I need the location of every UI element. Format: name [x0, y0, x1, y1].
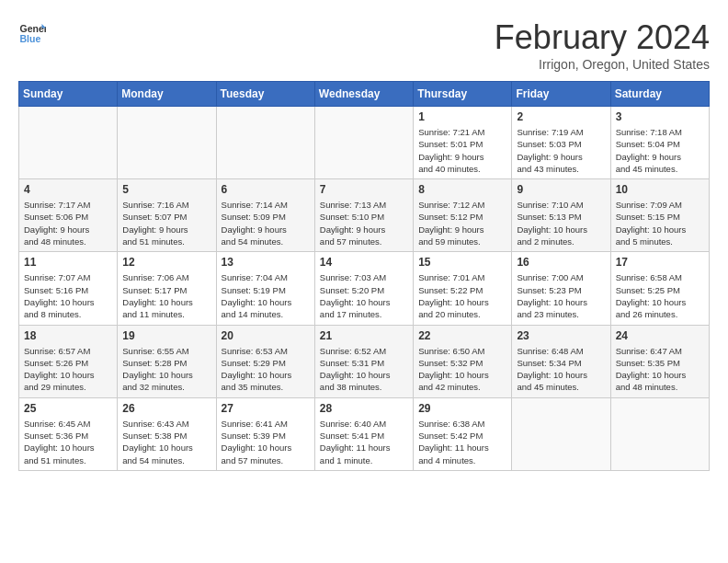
logo: General Blue [18, 18, 46, 46]
day-info: Sunrise: 6:38 AM Sunset: 5:42 PM Dayligh… [418, 418, 506, 466]
day-number: 21 [320, 329, 408, 342]
day-info: Sunrise: 7:01 AM Sunset: 5:22 PM Dayligh… [418, 271, 506, 320]
day-number: 3 [616, 110, 704, 123]
calendar-week-1: 1Sunrise: 7:21 AM Sunset: 5:01 PM Daylig… [19, 107, 710, 179]
day-number: 26 [122, 402, 210, 415]
calendar-cell: 19Sunrise: 6:55 AM Sunset: 5:28 PM Dayli… [118, 325, 216, 397]
day-info: Sunrise: 6:55 AM Sunset: 5:28 PM Dayligh… [122, 345, 210, 394]
day-info: Sunrise: 6:48 AM Sunset: 5:34 PM Dayligh… [517, 345, 605, 394]
calendar-cell: 10Sunrise: 7:09 AM Sunset: 5:15 PM Dayli… [610, 179, 709, 252]
calendar-cell: 16Sunrise: 7:00 AM Sunset: 5:23 PM Dayli… [512, 252, 610, 325]
day-info: Sunrise: 7:14 AM Sunset: 5:09 PM Dayligh… [222, 199, 310, 247]
day-number: 16 [517, 256, 605, 269]
day-info: Sunrise: 6:58 AM Sunset: 5:25 PM Dayligh… [616, 271, 704, 320]
calendar-cell: 21Sunrise: 6:52 AM Sunset: 5:31 PM Dayli… [314, 325, 413, 397]
day-info: Sunrise: 6:52 AM Sunset: 5:31 PM Dayligh… [320, 345, 408, 394]
day-info: Sunrise: 7:00 AM Sunset: 5:23 PM Dayligh… [517, 271, 605, 320]
day-number: 23 [517, 329, 605, 342]
title-area: February 2024 Irrigon, Oregon, United St… [495, 18, 710, 72]
day-info: Sunrise: 6:53 AM Sunset: 5:29 PM Dayligh… [222, 345, 310, 394]
day-number: 28 [320, 402, 408, 415]
day-number: 7 [320, 183, 408, 196]
weekday-header-friday: Friday [512, 82, 610, 107]
calendar-cell: 6Sunrise: 7:14 AM Sunset: 5:09 PM Daylig… [216, 179, 314, 252]
calendar-cell: 2Sunrise: 7:19 AM Sunset: 5:03 PM Daylig… [512, 107, 610, 179]
day-number: 13 [222, 256, 310, 269]
calendar-cell: 23Sunrise: 6:48 AM Sunset: 5:34 PM Dayli… [512, 325, 610, 397]
calendar-cell: 12Sunrise: 7:06 AM Sunset: 5:17 PM Dayli… [118, 252, 216, 325]
calendar-cell: 14Sunrise: 7:03 AM Sunset: 5:20 PM Dayli… [314, 252, 413, 325]
day-info: Sunrise: 7:09 AM Sunset: 5:15 PM Dayligh… [616, 199, 704, 247]
day-info: Sunrise: 7:03 AM Sunset: 5:20 PM Dayligh… [320, 271, 408, 320]
weekday-header-sunday: Sunday [19, 82, 118, 107]
day-number: 20 [222, 329, 310, 342]
calendar-cell: 17Sunrise: 6:58 AM Sunset: 5:25 PM Dayli… [610, 252, 709, 325]
calendar-cell: 1Sunrise: 7:21 AM Sunset: 5:01 PM Daylig… [414, 107, 512, 179]
weekday-header-thursday: Thursday [414, 82, 512, 107]
calendar-cell [118, 107, 216, 179]
day-number: 22 [418, 329, 506, 342]
day-number: 9 [517, 183, 605, 196]
calendar-cell: 7Sunrise: 7:13 AM Sunset: 5:10 PM Daylig… [314, 179, 413, 252]
day-info: Sunrise: 7:06 AM Sunset: 5:17 PM Dayligh… [122, 271, 210, 320]
month-title: February 2024 [495, 18, 710, 57]
calendar-week-5: 25Sunrise: 6:45 AM Sunset: 5:36 PM Dayli… [19, 397, 710, 470]
calendar-week-3: 11Sunrise: 7:07 AM Sunset: 5:16 PM Dayli… [19, 252, 710, 325]
day-number: 5 [122, 183, 210, 196]
day-info: Sunrise: 7:18 AM Sunset: 5:04 PM Dayligh… [616, 126, 704, 175]
calendar-cell: 3Sunrise: 7:18 AM Sunset: 5:04 PM Daylig… [610, 107, 709, 179]
location-title: Irrigon, Oregon, United States [495, 57, 710, 72]
calendar-cell: 9Sunrise: 7:10 AM Sunset: 5:13 PM Daylig… [512, 179, 610, 252]
day-info: Sunrise: 7:13 AM Sunset: 5:10 PM Dayligh… [320, 199, 408, 247]
weekday-header-tuesday: Tuesday [216, 82, 314, 107]
calendar-cell: 15Sunrise: 7:01 AM Sunset: 5:22 PM Dayli… [414, 252, 512, 325]
calendar-cell: 22Sunrise: 6:50 AM Sunset: 5:32 PM Dayli… [414, 325, 512, 397]
day-info: Sunrise: 6:45 AM Sunset: 5:36 PM Dayligh… [24, 418, 112, 466]
calendar-cell [512, 397, 610, 470]
day-info: Sunrise: 7:10 AM Sunset: 5:13 PM Dayligh… [517, 199, 605, 247]
calendar-week-4: 18Sunrise: 6:57 AM Sunset: 5:26 PM Dayli… [19, 325, 710, 397]
day-info: Sunrise: 7:19 AM Sunset: 5:03 PM Dayligh… [517, 126, 605, 175]
calendar-cell: 26Sunrise: 6:43 AM Sunset: 5:38 PM Dayli… [118, 397, 216, 470]
weekday-header-saturday: Saturday [610, 82, 709, 107]
calendar-cell: 18Sunrise: 6:57 AM Sunset: 5:26 PM Dayli… [19, 325, 118, 397]
day-info: Sunrise: 6:47 AM Sunset: 5:35 PM Dayligh… [616, 345, 704, 394]
calendar-cell [19, 107, 118, 179]
day-number: 27 [222, 402, 310, 415]
day-info: Sunrise: 7:12 AM Sunset: 5:12 PM Dayligh… [418, 199, 506, 247]
day-info: Sunrise: 6:57 AM Sunset: 5:26 PM Dayligh… [24, 345, 112, 394]
calendar-cell: 8Sunrise: 7:12 AM Sunset: 5:12 PM Daylig… [414, 179, 512, 252]
calendar-cell: 4Sunrise: 7:17 AM Sunset: 5:06 PM Daylig… [19, 179, 118, 252]
logo-icon: General Blue [18, 18, 46, 46]
day-number: 18 [24, 329, 112, 342]
calendar-cell [216, 107, 314, 179]
day-number: 4 [24, 183, 112, 196]
day-number: 12 [122, 256, 210, 269]
day-number: 14 [320, 256, 408, 269]
day-info: Sunrise: 7:21 AM Sunset: 5:01 PM Dayligh… [418, 126, 506, 175]
day-info: Sunrise: 7:07 AM Sunset: 5:16 PM Dayligh… [24, 271, 112, 320]
day-info: Sunrise: 6:50 AM Sunset: 5:32 PM Dayligh… [418, 345, 506, 394]
calendar-cell: 28Sunrise: 6:40 AM Sunset: 5:41 PM Dayli… [314, 397, 413, 470]
calendar-cell: 13Sunrise: 7:04 AM Sunset: 5:19 PM Dayli… [216, 252, 314, 325]
calendar-cell: 5Sunrise: 7:16 AM Sunset: 5:07 PM Daylig… [118, 179, 216, 252]
calendar-cell [610, 397, 709, 470]
svg-text:Blue: Blue [20, 33, 41, 44]
calendar-week-2: 4Sunrise: 7:17 AM Sunset: 5:06 PM Daylig… [19, 179, 710, 252]
day-number: 15 [418, 256, 506, 269]
day-number: 19 [122, 329, 210, 342]
calendar-cell: 27Sunrise: 6:41 AM Sunset: 5:39 PM Dayli… [216, 397, 314, 470]
calendar-body: 1Sunrise: 7:21 AM Sunset: 5:01 PM Daylig… [19, 107, 710, 471]
day-number: 6 [222, 183, 310, 196]
calendar-cell: 25Sunrise: 6:45 AM Sunset: 5:36 PM Dayli… [19, 397, 118, 470]
weekday-header-wednesday: Wednesday [314, 82, 413, 107]
day-number: 11 [24, 256, 112, 269]
weekday-header-row: SundayMondayTuesdayWednesdayThursdayFrid… [19, 82, 710, 107]
day-number: 10 [616, 183, 704, 196]
calendar-cell [314, 107, 413, 179]
calendar-cell: 20Sunrise: 6:53 AM Sunset: 5:29 PM Dayli… [216, 325, 314, 397]
day-info: Sunrise: 7:16 AM Sunset: 5:07 PM Dayligh… [122, 199, 210, 247]
day-info: Sunrise: 6:40 AM Sunset: 5:41 PM Dayligh… [320, 418, 408, 466]
calendar-cell: 11Sunrise: 7:07 AM Sunset: 5:16 PM Dayli… [19, 252, 118, 325]
day-number: 1 [418, 110, 506, 123]
